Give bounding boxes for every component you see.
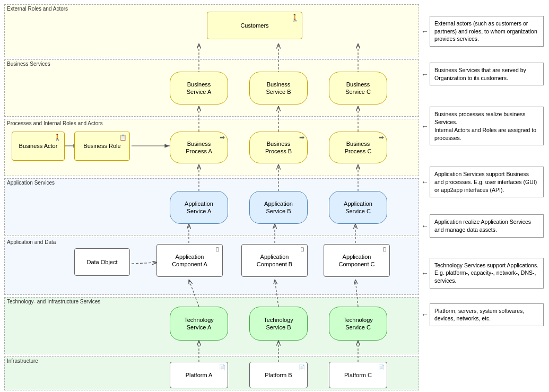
pb-page-icon: 📄: [299, 364, 305, 371]
as-b-label: ApplicationService B: [264, 200, 293, 215]
bs-b-node: BusinessService B: [249, 72, 308, 104]
ts-b-node: TechnologyService B: [249, 307, 308, 341]
layer-external-label: External Roles and Actors: [7, 6, 68, 12]
arrow-app-data: ←: [421, 222, 429, 230]
as-a-node: ApplicationService A: [170, 191, 228, 224]
ac-a-comp-icon: 🗒: [215, 246, 220, 253]
platform-c-node: 📄 Platform C: [329, 362, 387, 388]
bs-b-label: BusinessService B: [266, 81, 291, 96]
ac-b-comp-icon: 🗒: [300, 246, 305, 253]
ac-b-node: 🗒 ApplicationComponent B: [241, 244, 308, 277]
layer-infrastructure-label: Infrastructure: [7, 358, 38, 364]
business-role-label: Business Role: [83, 142, 120, 150]
as-b-node: ApplicationService B: [249, 191, 308, 224]
platform-c-label: Platform C: [344, 371, 372, 379]
ac-a-node: 🗒 ApplicationComponent A: [156, 244, 223, 277]
sidebar: ← External actors (such as customers or …: [419, 0, 549, 392]
platform-a-node: 📄 Platform A: [170, 362, 228, 388]
layer-biz-services-label: Business Services: [7, 61, 50, 67]
layer-app-services-label: Application Services: [7, 180, 55, 186]
layer-app-data-label: Application and Data: [7, 239, 56, 245]
note-external-text: External actors (such as customers or pa…: [430, 16, 544, 47]
arrow-app-services: ←: [421, 178, 429, 186]
bs-a-node: BusinessService A: [170, 72, 228, 104]
ac-a-label: ApplicationComponent A: [172, 253, 207, 268]
bs-a-label: BusinessService A: [187, 81, 211, 96]
ac-c-label: ApplicationComponent C: [339, 253, 375, 268]
ts-b-label: TechnologyService B: [264, 316, 293, 332]
note-app-services-text: Application Services support Business an…: [430, 167, 544, 197]
bp-a-node: ➡ BusinessProcess A: [170, 132, 228, 163]
customers-label: Customers: [240, 22, 268, 29]
business-actor-node: 🚶 Business Actor: [12, 132, 65, 161]
bp-a-icon: ➡: [220, 134, 225, 142]
bp-c-icon: ➡: [379, 134, 384, 142]
platform-b-label: Platform B: [265, 371, 292, 379]
bp-c-node: ➡ BusinessProcess C: [329, 132, 387, 163]
as-c-label: ApplicationService C: [344, 200, 372, 215]
customers-node: Customers 🚶: [207, 12, 302, 39]
bp-c-label: BusinessProcess C: [345, 140, 372, 155]
actor-icon: 🚶: [54, 134, 62, 142]
as-c-node: ApplicationService C: [329, 191, 387, 224]
data-object-label: Data Object: [86, 258, 117, 266]
bp-b-icon: ➡: [299, 134, 304, 142]
business-role-node: 📋 Business Role: [74, 132, 130, 161]
arrow-biz-services: ←: [421, 70, 429, 79]
arrow-infrastructure: ←: [421, 310, 429, 319]
note-app-data: ← Application realize Application Servic…: [430, 214, 544, 237]
note-infrastructure-text: Platform, servers, system softwares, dev…: [430, 303, 544, 326]
diagram-container: External Roles and Actors Business Servi…: [0, 0, 549, 392]
ts-c-label: TechnologyService C: [343, 316, 373, 332]
note-tech-services-text: Technology Services support Applications…: [430, 258, 544, 289]
arrow-processes: ←: [421, 122, 429, 130]
platform-b-node: 📄 Platform B: [249, 362, 308, 388]
note-infrastructure: ← Platform, servers, system softwares, d…: [430, 303, 544, 326]
ac-c-comp-icon: 🗒: [382, 246, 387, 253]
ts-a-label: TechnologyService A: [184, 316, 214, 332]
business-actor-label: Business Actor: [19, 142, 58, 150]
note-biz-services: ← Business Services that are served by O…: [430, 63, 544, 85]
bp-a-label: BusinessProcess A: [186, 140, 212, 155]
note-processes-text: Business processes realize business Serv…: [430, 107, 544, 145]
as-a-label: ApplicationService A: [185, 200, 213, 215]
note-app-services: ← Application Services support Business …: [430, 167, 544, 197]
person-icon: 🚶: [291, 14, 299, 23]
bs-c-label: BusinessService C: [345, 81, 371, 96]
role-icon: 📋: [119, 134, 127, 141]
ts-c-node: TechnologyService C: [329, 307, 387, 341]
arrow-tech-services: ←: [421, 269, 429, 277]
platform-a-label: Platform A: [186, 371, 213, 379]
ts-a-node: TechnologyService A: [170, 307, 228, 341]
layer-tech-services-label: Technology- and Infrastructure Services: [7, 299, 100, 304]
bp-b-node: ➡ BusinessProcess B: [249, 132, 308, 163]
note-external: ← External actors (such as customers or …: [430, 16, 544, 47]
pa-page-icon: 📄: [219, 364, 225, 371]
note-processes: ← Business processes realize business Se…: [430, 107, 544, 145]
arrow-external: ←: [421, 27, 429, 36]
bp-b-label: BusinessProcess B: [265, 140, 292, 155]
ac-c-node: 🗒 ApplicationComponent C: [324, 244, 390, 277]
main-area: External Roles and Actors Business Servi…: [0, 0, 419, 392]
data-object-node: Data Object: [74, 248, 130, 276]
layer-processes-label: Processes and Internal Roles and Actors: [7, 120, 103, 126]
note-biz-services-text: Business Services that are served by Org…: [430, 63, 544, 85]
note-tech-services: ← Technology Services support Applicatio…: [430, 258, 544, 289]
pc-page-icon: 📄: [378, 364, 385, 371]
bs-c-node: BusinessService C: [329, 72, 387, 104]
ac-b-label: ApplicationComponent B: [257, 253, 292, 268]
note-app-data-text: Application realize Application Services…: [430, 214, 544, 237]
